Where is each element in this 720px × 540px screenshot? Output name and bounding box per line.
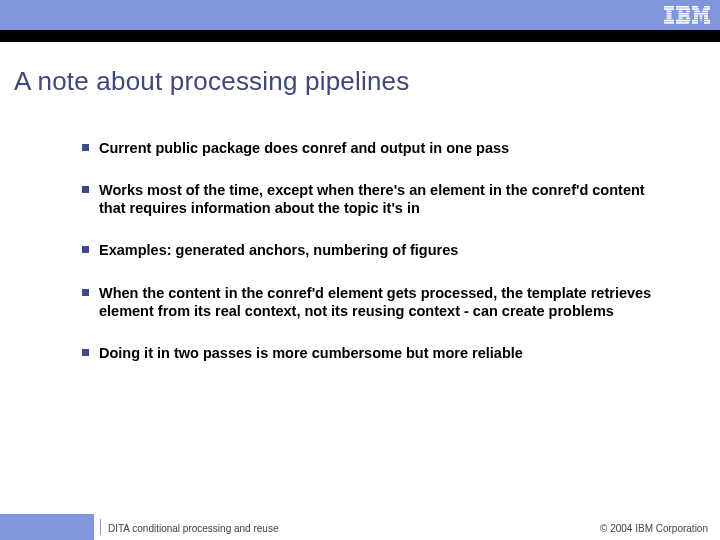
footer-divider [100,519,101,535]
svg-rect-21 [703,8,710,10]
footer-accent [0,514,94,540]
svg-rect-29 [700,18,702,20]
svg-rect-35 [704,22,710,24]
svg-rect-33 [704,20,710,22]
bullet-icon [82,186,89,193]
svg-rect-20 [692,8,699,10]
svg-rect-11 [686,11,690,13]
bullet-list: Current public package does conref and o… [0,97,720,362]
list-item: Examples: generated anchors, numbering o… [82,241,660,259]
svg-rect-30 [704,18,708,20]
list-item: When the content in the conref'd element… [82,284,660,320]
svg-rect-9 [676,8,690,10]
svg-rect-23 [702,11,708,13]
bullet-icon [82,246,89,253]
svg-rect-1 [664,8,674,10]
bullet-text: Works most of the time, except when ther… [99,181,660,217]
header-bar [0,0,720,42]
svg-rect-22 [694,11,700,13]
svg-rect-31 [692,20,698,22]
footer-left-text: DITA conditional processing and reuse [108,523,278,534]
bullet-icon [82,289,89,296]
svg-rect-19 [704,6,710,8]
svg-rect-32 [701,20,702,22]
svg-rect-8 [676,6,689,8]
svg-rect-17 [676,22,689,24]
ibm-logo [664,6,710,24]
svg-rect-34 [692,22,698,24]
footer: DITA conditional processing and reuse © … [0,514,720,540]
svg-rect-27 [704,15,708,17]
svg-rect-0 [664,6,674,8]
list-item: Doing it in two passes is more cumbersom… [82,344,660,362]
bullet-text: When the content in the conref'd element… [99,284,660,320]
footer-copyright: © 2004 IBM Corporation [600,523,708,534]
svg-rect-7 [664,22,674,24]
list-item: Works most of the time, except when ther… [82,181,660,217]
svg-rect-3 [667,13,672,15]
svg-rect-16 [676,20,690,22]
svg-rect-26 [700,15,703,17]
svg-rect-15 [686,18,690,20]
bullet-icon [82,144,89,151]
svg-rect-25 [694,15,698,17]
svg-rect-28 [694,18,698,20]
bullet-text: Doing it in two passes is more cumbersom… [99,344,523,362]
svg-rect-24 [694,13,708,15]
svg-rect-2 [667,11,672,13]
svg-rect-14 [679,18,683,20]
bullet-icon [82,349,89,356]
header-bar-stripe [0,30,720,42]
svg-rect-6 [664,20,674,22]
svg-rect-10 [679,11,683,13]
bullet-text: Current public package does conref and o… [99,139,509,157]
svg-rect-18 [692,6,698,8]
svg-rect-5 [667,18,672,20]
bullet-text: Examples: generated anchors, numbering o… [99,241,458,259]
svg-rect-12 [679,13,690,15]
list-item: Current public package does conref and o… [82,139,660,157]
svg-rect-13 [679,15,690,17]
slide-title: A note about processing pipelines [0,42,720,97]
svg-rect-4 [667,15,672,17]
